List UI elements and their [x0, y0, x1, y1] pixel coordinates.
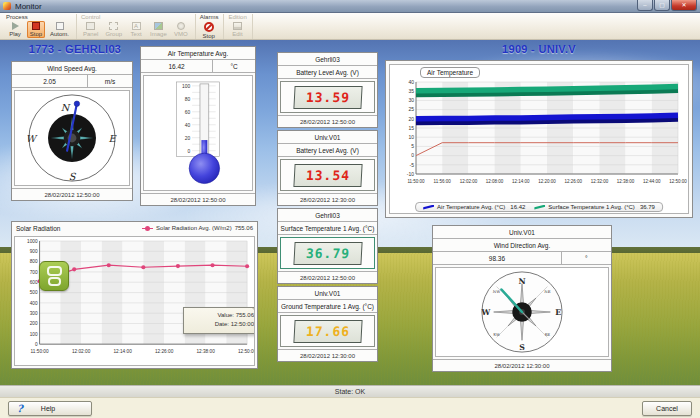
stop-icon — [32, 22, 40, 30]
axis-tick-label: -5 — [410, 162, 415, 168]
icon-shape — [48, 277, 61, 286]
play-label: Play — [9, 31, 21, 37]
axis-tick-label: 12:08:00 — [486, 179, 504, 184]
axis-tick-label: 400 — [30, 301, 38, 306]
axis-tick-label: 12:50:00 — [238, 349, 254, 354]
axis-tick-label: 15 — [408, 125, 414, 131]
close-button[interactable]: ✕ — [671, 0, 697, 11]
wind-speed-value: 2.05 — [12, 75, 88, 87]
solar-legend-label: Solar Radiation Avg. (W/m2) — [156, 225, 232, 231]
solar-chart-plot[interactable]: 0100200300400500600700800900100011:50:00… — [14, 236, 255, 366]
display-label: Battery Level Avg. (V) — [278, 66, 377, 79]
help-button[interactable]: ? Help — [8, 401, 92, 416]
thermometer-graphic: 100 80 60 40 20 0 — [144, 76, 252, 190]
minimize-button[interactable]: – — [637, 0, 653, 11]
axis-tick-label: 100 — [30, 332, 38, 337]
text-button[interactable]: Text — [127, 21, 145, 38]
legend-label: Surface Temperature 1 Avg. (°C) — [548, 204, 635, 210]
display-station: Univ.V01 — [278, 131, 377, 144]
panel-button[interactable]: Panel — [81, 21, 100, 38]
solar-legend-marker-icon — [142, 226, 153, 231]
air-temp-timestamp: 28/02/2012 12:50:00 — [141, 193, 255, 205]
station-title-gehrli03: 1773 - GEHRLI03 — [14, 43, 136, 55]
axis-tick-label: 900 — [30, 249, 38, 254]
scale-40: 40 — [185, 123, 191, 128]
display-label: Ground Temperature 1 Avg. (°C) — [278, 300, 377, 313]
axis-tick-label: 35 — [408, 88, 414, 94]
axis-tick-label: -10 — [407, 171, 414, 177]
compass-rose-graphic: N E S W NW NE SE SW — [436, 268, 608, 356]
edit-button[interactable]: Edit — [228, 21, 246, 38]
display-timestamp: 28/02/2012 12:30:00 — [278, 349, 377, 361]
axis-tick-label: 11:50:00 — [407, 179, 425, 184]
stop-button[interactable]: Stop — [27, 21, 45, 38]
toolbar: Process Play Stop Autom. Control — [0, 13, 700, 40]
maximize-button[interactable]: ▢ — [654, 0, 670, 11]
battery-display-gehrli03: Gehrli03 Battery Level Avg. (V) 13.59 28… — [277, 52, 378, 128]
air-chart-plot[interactable]: Air Temperature -10-5051015202530354011:… — [389, 64, 689, 214]
image-button[interactable]: Image — [148, 21, 169, 38]
workspace: 1773 - GEHRLI03 1909 - UNIV.V Wind Speed… — [0, 40, 700, 385]
play-icon — [12, 22, 19, 30]
wind-dir-unit: ° — [562, 252, 611, 264]
alarms-stop-label: Stop — [203, 33, 215, 39]
display-label: Surface Temperature 1 Avg. (°C) — [278, 222, 377, 235]
battery-display-univv01: Univ.V01 Battery Level Avg. (V) 13.54 28… — [277, 130, 378, 206]
edit-icon — [233, 22, 242, 30]
cardinal-e: E — [555, 308, 561, 317]
group-button[interactable]: Group — [103, 21, 124, 38]
legend-item-air-temp: Air Temperature Avg. (°C) 16.42 — [423, 204, 525, 210]
group-icon — [109, 22, 118, 30]
solar-chart-title: Solar Radiation — [16, 225, 60, 232]
chart-tooltip: Value: 755.06 Date: 12:50:00 — [183, 307, 255, 334]
toolbar-group-control: Control Panel Group Text Image — [77, 14, 196, 39]
footer-bar: ? Help Cancel — [0, 397, 700, 418]
toolbar-group-process: Process Play Stop Autom. — [2, 14, 77, 39]
lcd-frame: 36.79 — [280, 237, 375, 269]
app-icon — [3, 2, 11, 10]
axis-tick-label: 600 — [30, 280, 38, 285]
cardinal-s: S — [519, 343, 525, 352]
panel-icon — [86, 22, 95, 30]
air-temperature-panel: Air Temperature Avg. 16.42 °C 100 80 60 — [140, 46, 256, 206]
wind-dir-value: 98.36 — [433, 252, 562, 264]
air-chart-legend: Air Temperature Avg. (°C) 16.42 Surface … — [415, 202, 663, 212]
station-widget-icon[interactable] — [39, 261, 69, 291]
axis-tick-label: 500 — [30, 290, 38, 295]
axis-tick-label: 25 — [408, 106, 414, 112]
axis-tick-label: 12:38:00 — [196, 349, 215, 354]
axis-tick-label: 1000 — [27, 239, 38, 244]
lcd-value: 13.59 — [293, 86, 362, 109]
cardinal-e: E — [109, 133, 118, 144]
tooltip-value: Value: 755.06 — [184, 311, 254, 320]
axis-tick-label: 12:26:00 — [564, 179, 582, 184]
alarms-group-label: Alarms — [200, 14, 219, 21]
axis-tick-label: 5 — [411, 143, 414, 149]
axis-tick-label: 12:14:00 — [113, 349, 132, 354]
vmo-label: VMO — [174, 31, 188, 37]
text-label: Text — [131, 31, 142, 37]
scale-60: 60 — [185, 110, 191, 115]
surface-temp-display-gehrli03: Gehrli03 Surface Temperature 1 Avg. (°C)… — [277, 208, 378, 284]
station-title-univv: 1909 - UNIV.V — [429, 43, 649, 55]
edit-label: Edit — [232, 31, 242, 37]
display-label: Battery Level Avg. (V) — [278, 144, 377, 157]
cancel-button[interactable]: Cancel — [642, 401, 692, 416]
play-button[interactable]: Play — [6, 21, 24, 38]
stop-label: Stop — [30, 31, 42, 37]
autom-button[interactable]: Autom. — [48, 21, 71, 38]
display-station: Univ.V01 — [278, 287, 377, 300]
monitor-window: Monitor – ▢ ✕ Process Play Stop Auto — [0, 0, 700, 418]
lcd-value: 13.54 — [293, 164, 362, 187]
alarms-stop-button[interactable]: Stop — [200, 21, 218, 40]
axis-tick-label: 200 — [30, 321, 38, 326]
display-station: Gehrli03 — [278, 53, 377, 66]
group-label: Group — [105, 31, 122, 37]
air-temp-header: Air Temperature Avg. — [141, 47, 255, 60]
axis-tick-label: 40 — [408, 79, 414, 85]
edition-group-label: Edition — [228, 14, 246, 21]
panel-label: Panel — [83, 31, 98, 37]
legend-value: 16.42 — [510, 204, 525, 210]
legend-label: Air Temperature Avg. (°C) — [437, 204, 505, 210]
vmo-button[interactable]: VMO — [172, 21, 190, 38]
